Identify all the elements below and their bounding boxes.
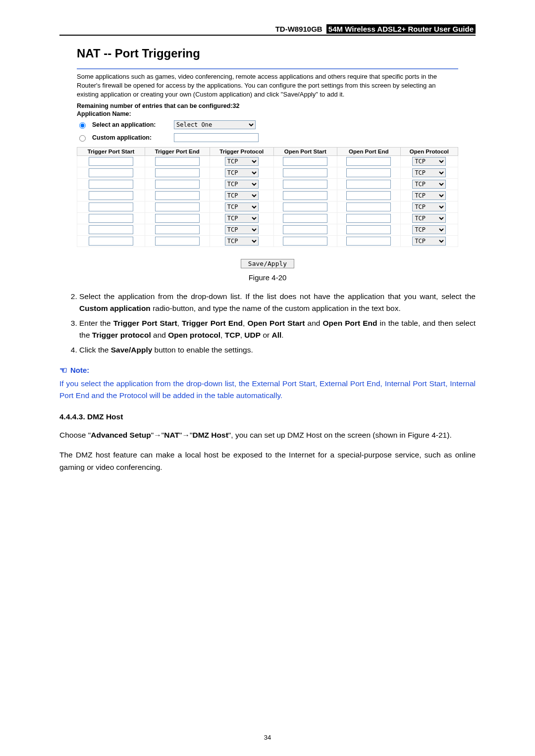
open-port-end-input[interactable] — [346, 214, 391, 223]
note-header: ☞ Note: — [59, 365, 476, 376]
trigger-port-start-input[interactable] — [89, 202, 133, 211]
open-protocol-select[interactable]: TCP — [412, 225, 446, 234]
application-dropdown[interactable]: Select One — [174, 120, 256, 129]
table-header: Trigger Port End — [145, 147, 210, 155]
open-port-end-input[interactable] — [346, 168, 391, 177]
trigger-protocol-select[interactable]: TCP — [225, 214, 259, 223]
trigger-port-end-input[interactable] — [155, 157, 200, 166]
table-row: TCPTCP — [77, 155, 458, 167]
table-row: TCPTCP — [77, 167, 458, 178]
open-port-end-input[interactable] — [346, 202, 391, 211]
trigger-protocol-select[interactable]: TCP — [225, 168, 259, 177]
open-protocol-select[interactable]: TCP — [412, 168, 446, 177]
section-heading: 4.4.4.3. DMZ Host — [59, 412, 476, 421]
trigger-port-end-input[interactable] — [155, 202, 200, 211]
note-body: If you select the application from the d… — [59, 378, 476, 402]
header-subtitle: 54M Wireless ADSL2+ Router User Guide — [326, 24, 476, 34]
trigger-port-end-input[interactable] — [155, 191, 200, 200]
table-header: Open Port Start — [273, 147, 337, 155]
save-apply-button[interactable]: Save/Apply — [241, 259, 294, 268]
port-trigger-table: Trigger Port StartTrigger Port EndTrigge… — [77, 147, 458, 247]
panel-description: Some applications such as games, video c… — [77, 72, 458, 100]
page-number: 34 — [0, 734, 535, 741]
open-protocol-select[interactable]: TCP — [412, 157, 446, 166]
trigger-port-end-input[interactable] — [155, 180, 200, 189]
trigger-port-start-input[interactable] — [89, 214, 133, 223]
header-model: TD-W8910GB — [275, 25, 322, 33]
open-protocol-select[interactable]: TCP — [412, 180, 446, 189]
open-port-start-input[interactable] — [283, 191, 327, 200]
select-application-radio[interactable] — [79, 122, 86, 129]
trigger-port-start-input[interactable] — [89, 237, 133, 246]
open-port-start-input[interactable] — [283, 168, 327, 177]
open-port-end-input[interactable] — [346, 180, 391, 189]
remaining-entries: Remaining number of entries that can be … — [77, 102, 458, 109]
divider — [77, 68, 458, 69]
custom-application-radio[interactable] — [79, 135, 86, 142]
custom-application-label: Custom application: — [92, 134, 169, 141]
open-port-start-input[interactable] — [283, 157, 327, 166]
instruction-list: Select the application from the drop-dow… — [59, 291, 476, 356]
trigger-protocol-select[interactable]: TCP — [225, 191, 259, 200]
trigger-protocol-select[interactable]: TCP — [225, 237, 259, 246]
table-header: Open Protocol — [400, 147, 458, 155]
open-port-end-input[interactable] — [346, 157, 391, 166]
trigger-protocol-select[interactable]: TCP — [225, 202, 259, 211]
trigger-protocol-select[interactable]: TCP — [225, 225, 259, 234]
table-header: Trigger Port Start — [77, 147, 145, 155]
table-row: TCPTCP — [77, 201, 458, 212]
trigger-protocol-select[interactable]: TCP — [225, 180, 259, 189]
trigger-port-start-input[interactable] — [89, 157, 133, 166]
table-row: TCPTCP — [77, 190, 458, 201]
trigger-port-end-input[interactable] — [155, 214, 200, 223]
open-port-start-input[interactable] — [283, 214, 327, 223]
open-protocol-select[interactable]: TCP — [412, 214, 446, 223]
open-port-end-input[interactable] — [346, 237, 391, 246]
step-4: Click the Save/Apply button to enable th… — [79, 344, 476, 356]
custom-application-row: Custom application: — [77, 133, 458, 142]
open-port-start-input[interactable] — [283, 225, 327, 234]
table-header: Open Port End — [337, 147, 400, 155]
trigger-port-start-input[interactable] — [89, 191, 133, 200]
table-header: Trigger Protocol — [210, 147, 273, 155]
page-header: TD-W8910GB 54M Wireless ADSL2+ Router Us… — [59, 25, 476, 36]
trigger-port-end-input[interactable] — [155, 225, 200, 234]
trigger-protocol-select[interactable]: TCP — [225, 157, 259, 166]
open-port-start-input[interactable] — [283, 237, 327, 246]
trigger-port-start-input[interactable] — [89, 180, 133, 189]
table-row: TCPTCP — [77, 212, 458, 224]
open-port-end-input[interactable] — [346, 225, 391, 234]
open-protocol-select[interactable]: TCP — [412, 237, 446, 246]
trigger-port-end-input[interactable] — [155, 237, 200, 246]
open-port-start-input[interactable] — [283, 202, 327, 211]
step-3: Enter the Trigger Port Start, Trigger Po… — [79, 317, 476, 341]
open-port-end-input[interactable] — [346, 191, 391, 200]
trigger-port-start-input[interactable] — [89, 168, 133, 177]
panel-title: NAT -- Port Triggering — [77, 47, 458, 60]
note-label: Note: — [70, 366, 89, 374]
figure-caption: Figure 4-20 — [59, 273, 476, 282]
pointing-hand-icon: ☞ — [59, 365, 67, 376]
select-application-label: Select an application: — [92, 121, 169, 128]
application-name-label: Application Name: — [77, 110, 458, 117]
open-port-start-input[interactable] — [283, 180, 327, 189]
custom-application-input[interactable] — [174, 133, 259, 142]
table-row: TCPTCP — [77, 224, 458, 235]
select-application-row: Select an application: Select One — [77, 120, 458, 129]
router-config-panel: NAT -- Port Triggering Some applications… — [77, 47, 458, 268]
dmz-paragraph-1: Choose "Advanced Setup"→"NAT"→"DMZ Host"… — [59, 429, 476, 442]
trigger-port-start-input[interactable] — [89, 225, 133, 234]
step-2: Select the application from the drop-dow… — [79, 291, 476, 314]
table-row: TCPTCP — [77, 235, 458, 247]
open-protocol-select[interactable]: TCP — [412, 202, 446, 211]
open-protocol-select[interactable]: TCP — [412, 191, 446, 200]
dmz-paragraph-2: The DMZ host feature can make a local ho… — [59, 449, 476, 474]
trigger-port-end-input[interactable] — [155, 168, 200, 177]
table-row: TCPTCP — [77, 178, 458, 190]
